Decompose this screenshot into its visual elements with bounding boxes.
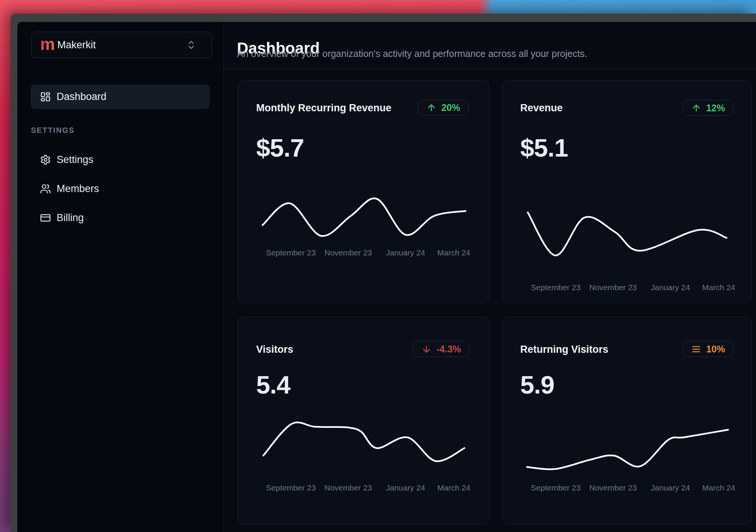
x-axis-tick: March 24 [702,283,735,292]
sidebar-item-dashboard[interactable]: Dashboard [31,85,210,109]
card-monthly-recurring-revenue: Monthly Recurring Revenue 20% $5.7 Septe… [238,80,489,303]
sidebar-item-label: Members [57,183,99,195]
x-axis-tick: September 23 [531,483,581,492]
x-axis-tick: September 23 [266,483,316,492]
x-axis-tick: March 24 [437,483,470,492]
sidebar-item-label: Billing [57,212,84,224]
sidebar-item-label: Settings [57,154,94,166]
users-icon [40,183,51,194]
x-axis-tick: January 24 [386,248,425,257]
header-divider [224,69,756,69]
trend-badge: 10% [683,341,733,357]
card-revenue: Revenue 12% $5.1 September 23 November 2… [502,80,752,303]
x-axis-tick: January 24 [651,483,690,492]
x-axis-tick: September 23 [531,283,581,292]
trend-value: 20% [441,102,460,113]
trend-badge: 12% [683,100,733,116]
sidebar-item-members[interactable]: Members [31,177,210,201]
workspace-selector[interactable]: m Makerkit [31,32,212,58]
arrow-up-icon [691,103,701,113]
workspace-name: Makerkit [57,39,96,51]
card-title: Revenue [520,102,563,114]
trend-badge: 20% [418,100,469,115]
trend-value: -4.3% [436,344,461,355]
makerkit-logo: m [39,37,56,53]
arrow-down-icon [421,344,432,354]
sidebar-item-label: Dashboard [57,91,106,103]
x-axis-tick: March 24 [702,483,735,492]
x-axis-tick: November 23 [324,248,372,257]
credit-card-icon [40,212,51,223]
chevrons-up-down-icon [186,40,197,50]
metric-value: $5.1 [520,135,568,160]
sidebar-item-settings[interactable]: Settings [31,148,210,172]
card-returning-visitors: Returning Visitors 10% 5.9 September 23 … [502,317,752,524]
card-visitors: Visitors -4.3% 5.4 September 23 November… [238,317,489,524]
menu-icon [691,344,701,354]
x-axis-labels: September 23 November 23 January 24 Marc… [503,483,751,493]
trend-value: 10% [706,344,725,355]
page-subtitle: An overview of your organization's activ… [237,48,587,59]
x-axis-labels: September 23 November 23 January 24 Marc… [238,483,489,493]
x-axis-tick: January 24 [651,283,690,292]
sidebar-section-label: SETTINGS [31,126,75,135]
x-axis-tick: January 24 [386,483,425,492]
x-axis-tick: November 23 [589,483,637,492]
x-axis-labels: September 23 November 23 January 24 Marc… [238,248,489,258]
metric-value: 5.9 [520,372,554,397]
layout-dashboard-icon [40,91,51,102]
sidebar: m Makerkit Dashboard SETTINGS Settings M… [17,22,224,532]
trend-value: 12% [706,103,725,114]
x-axis-labels: September 23 November 23 January 24 Marc… [503,283,751,293]
trend-badge: -4.3% [413,341,469,357]
card-title: Monthly Recurring Revenue [256,102,392,114]
gear-icon [40,154,51,165]
x-axis-tick: March 24 [437,248,470,257]
card-title: Returning Visitors [520,344,608,355]
x-axis-tick: September 23 [266,248,316,257]
metric-value: 5.4 [256,372,290,397]
x-axis-tick: November 23 [324,483,372,492]
sidebar-item-billing[interactable]: Billing [31,206,210,230]
metric-value: $5.7 [256,135,304,160]
card-title: Visitors [256,344,293,355]
arrow-up-icon [426,103,436,113]
app-content: m Makerkit Dashboard SETTINGS Settings M… [17,22,756,532]
x-axis-tick: November 23 [589,283,637,292]
